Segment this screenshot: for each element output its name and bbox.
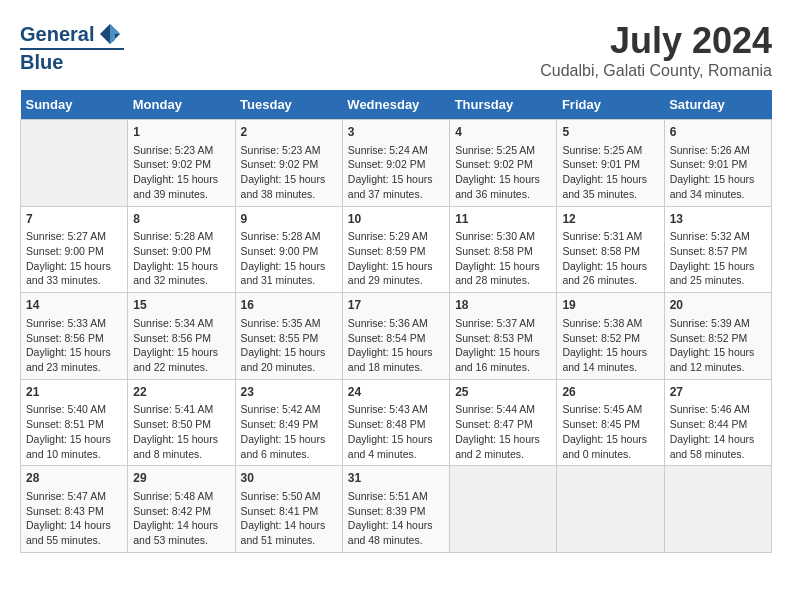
logo-icon (96, 20, 124, 48)
week-row-4: 21Sunrise: 5:40 AM Sunset: 8:51 PM Dayli… (21, 379, 772, 466)
calendar-cell: 4Sunrise: 5:25 AM Sunset: 9:02 PM Daylig… (450, 120, 557, 207)
calendar-cell: 9Sunrise: 5:28 AM Sunset: 9:00 PM Daylig… (235, 206, 342, 293)
day-number: 13 (670, 211, 766, 228)
day-number: 27 (670, 384, 766, 401)
calendar-cell: 23Sunrise: 5:42 AM Sunset: 8:49 PM Dayli… (235, 379, 342, 466)
day-number: 22 (133, 384, 229, 401)
day-info: Sunrise: 5:42 AM Sunset: 8:49 PM Dayligh… (241, 402, 337, 461)
day-info: Sunrise: 5:31 AM Sunset: 8:58 PM Dayligh… (562, 229, 658, 288)
day-number: 6 (670, 124, 766, 141)
day-info: Sunrise: 5:51 AM Sunset: 8:39 PM Dayligh… (348, 489, 444, 548)
day-number: 18 (455, 297, 551, 314)
day-number: 30 (241, 470, 337, 487)
month-year: July 2024 (540, 20, 772, 62)
week-row-1: 1Sunrise: 5:23 AM Sunset: 9:02 PM Daylig… (21, 120, 772, 207)
day-info: Sunrise: 5:29 AM Sunset: 8:59 PM Dayligh… (348, 229, 444, 288)
day-info: Sunrise: 5:35 AM Sunset: 8:55 PM Dayligh… (241, 316, 337, 375)
logo-general: General (20, 23, 94, 45)
day-info: Sunrise: 5:36 AM Sunset: 8:54 PM Dayligh… (348, 316, 444, 375)
day-info: Sunrise: 5:25 AM Sunset: 9:02 PM Dayligh… (455, 143, 551, 202)
calendar-cell: 11Sunrise: 5:30 AM Sunset: 8:58 PM Dayli… (450, 206, 557, 293)
day-number: 7 (26, 211, 122, 228)
calendar-cell: 16Sunrise: 5:35 AM Sunset: 8:55 PM Dayli… (235, 293, 342, 380)
day-number: 24 (348, 384, 444, 401)
calendar-cell: 27Sunrise: 5:46 AM Sunset: 8:44 PM Dayli… (664, 379, 771, 466)
col-header-thursday: Thursday (450, 90, 557, 120)
day-number: 19 (562, 297, 658, 314)
calendar-cell: 24Sunrise: 5:43 AM Sunset: 8:48 PM Dayli… (342, 379, 449, 466)
day-number: 25 (455, 384, 551, 401)
day-info: Sunrise: 5:25 AM Sunset: 9:01 PM Dayligh… (562, 143, 658, 202)
day-info: Sunrise: 5:46 AM Sunset: 8:44 PM Dayligh… (670, 402, 766, 461)
day-number: 11 (455, 211, 551, 228)
day-number: 15 (133, 297, 229, 314)
calendar-cell (557, 466, 664, 553)
day-number: 16 (241, 297, 337, 314)
day-info: Sunrise: 5:50 AM Sunset: 8:41 PM Dayligh… (241, 489, 337, 548)
day-info: Sunrise: 5:26 AM Sunset: 9:01 PM Dayligh… (670, 143, 766, 202)
calendar-cell: 12Sunrise: 5:31 AM Sunset: 8:58 PM Dayli… (557, 206, 664, 293)
day-number: 21 (26, 384, 122, 401)
day-number: 9 (241, 211, 337, 228)
day-number: 28 (26, 470, 122, 487)
calendar-cell (664, 466, 771, 553)
week-row-5: 28Sunrise: 5:47 AM Sunset: 8:43 PM Dayli… (21, 466, 772, 553)
calendar-cell: 3Sunrise: 5:24 AM Sunset: 9:02 PM Daylig… (342, 120, 449, 207)
day-number: 17 (348, 297, 444, 314)
day-info: Sunrise: 5:38 AM Sunset: 8:52 PM Dayligh… (562, 316, 658, 375)
col-header-wednesday: Wednesday (342, 90, 449, 120)
col-header-friday: Friday (557, 90, 664, 120)
day-info: Sunrise: 5:34 AM Sunset: 8:56 PM Dayligh… (133, 316, 229, 375)
calendar-cell: 5Sunrise: 5:25 AM Sunset: 9:01 PM Daylig… (557, 120, 664, 207)
day-number: 14 (26, 297, 122, 314)
calendar-cell: 1Sunrise: 5:23 AM Sunset: 9:02 PM Daylig… (128, 120, 235, 207)
calendar-cell: 28Sunrise: 5:47 AM Sunset: 8:43 PM Dayli… (21, 466, 128, 553)
calendar-cell: 19Sunrise: 5:38 AM Sunset: 8:52 PM Dayli… (557, 293, 664, 380)
day-number: 1 (133, 124, 229, 141)
day-info: Sunrise: 5:23 AM Sunset: 9:02 PM Dayligh… (133, 143, 229, 202)
calendar-cell: 15Sunrise: 5:34 AM Sunset: 8:56 PM Dayli… (128, 293, 235, 380)
calendar-cell: 22Sunrise: 5:41 AM Sunset: 8:50 PM Dayli… (128, 379, 235, 466)
calendar-cell: 26Sunrise: 5:45 AM Sunset: 8:45 PM Dayli… (557, 379, 664, 466)
calendar-cell: 2Sunrise: 5:23 AM Sunset: 9:02 PM Daylig… (235, 120, 342, 207)
calendar-cell: 17Sunrise: 5:36 AM Sunset: 8:54 PM Dayli… (342, 293, 449, 380)
day-number: 8 (133, 211, 229, 228)
calendar-cell: 13Sunrise: 5:32 AM Sunset: 8:57 PM Dayli… (664, 206, 771, 293)
calendar-cell (21, 120, 128, 207)
calendar-cell: 21Sunrise: 5:40 AM Sunset: 8:51 PM Dayli… (21, 379, 128, 466)
day-number: 5 (562, 124, 658, 141)
week-row-2: 7Sunrise: 5:27 AM Sunset: 9:00 PM Daylig… (21, 206, 772, 293)
calendar-cell: 8Sunrise: 5:28 AM Sunset: 9:00 PM Daylig… (128, 206, 235, 293)
calendar-cell: 30Sunrise: 5:50 AM Sunset: 8:41 PM Dayli… (235, 466, 342, 553)
location: Cudalbi, Galati County, Romania (540, 62, 772, 80)
day-info: Sunrise: 5:33 AM Sunset: 8:56 PM Dayligh… (26, 316, 122, 375)
day-info: Sunrise: 5:44 AM Sunset: 8:47 PM Dayligh… (455, 402, 551, 461)
day-info: Sunrise: 5:47 AM Sunset: 8:43 PM Dayligh… (26, 489, 122, 548)
day-info: Sunrise: 5:45 AM Sunset: 8:45 PM Dayligh… (562, 402, 658, 461)
calendar-cell: 29Sunrise: 5:48 AM Sunset: 8:42 PM Dayli… (128, 466, 235, 553)
title-area: July 2024 Cudalbi, Galati County, Romani… (540, 20, 772, 80)
day-number: 3 (348, 124, 444, 141)
day-info: Sunrise: 5:28 AM Sunset: 9:00 PM Dayligh… (133, 229, 229, 288)
calendar-cell (450, 466, 557, 553)
calendar-cell: 14Sunrise: 5:33 AM Sunset: 8:56 PM Dayli… (21, 293, 128, 380)
calendar-cell: 6Sunrise: 5:26 AM Sunset: 9:01 PM Daylig… (664, 120, 771, 207)
day-info: Sunrise: 5:41 AM Sunset: 8:50 PM Dayligh… (133, 402, 229, 461)
day-number: 20 (670, 297, 766, 314)
day-info: Sunrise: 5:32 AM Sunset: 8:57 PM Dayligh… (670, 229, 766, 288)
col-header-tuesday: Tuesday (235, 90, 342, 120)
col-header-saturday: Saturday (664, 90, 771, 120)
calendar-table: SundayMondayTuesdayWednesdayThursdayFrid… (20, 90, 772, 553)
day-info: Sunrise: 5:40 AM Sunset: 8:51 PM Dayligh… (26, 402, 122, 461)
calendar-cell: 10Sunrise: 5:29 AM Sunset: 8:59 PM Dayli… (342, 206, 449, 293)
day-info: Sunrise: 5:37 AM Sunset: 8:53 PM Dayligh… (455, 316, 551, 375)
logo: General Blue (20, 20, 124, 73)
day-number: 10 (348, 211, 444, 228)
col-header-sunday: Sunday (21, 90, 128, 120)
day-number: 2 (241, 124, 337, 141)
day-number: 12 (562, 211, 658, 228)
day-number: 26 (562, 384, 658, 401)
calendar-cell: 7Sunrise: 5:27 AM Sunset: 9:00 PM Daylig… (21, 206, 128, 293)
day-info: Sunrise: 5:27 AM Sunset: 9:00 PM Dayligh… (26, 229, 122, 288)
day-number: 29 (133, 470, 229, 487)
